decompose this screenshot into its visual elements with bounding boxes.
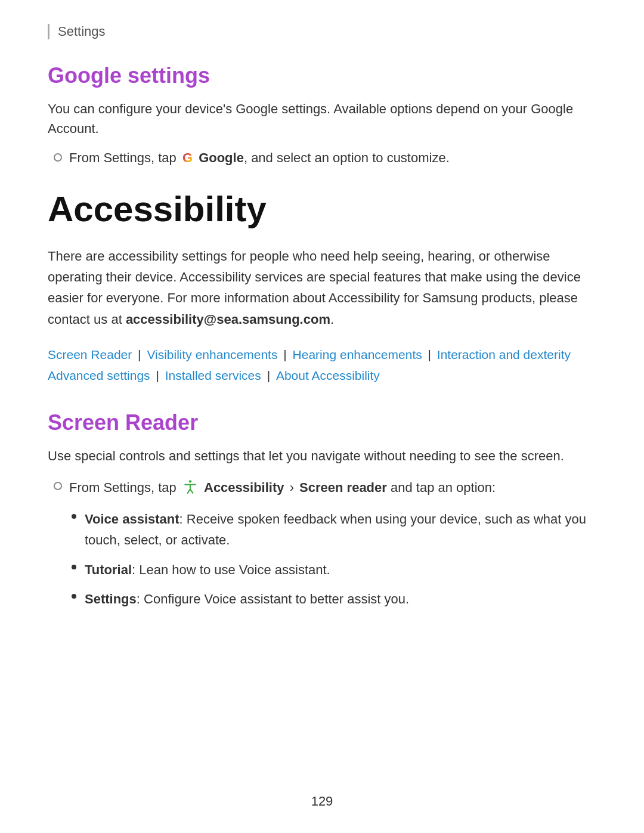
- google-settings-description: You can configure your device's Google s…: [48, 99, 596, 138]
- breadcrumb: Settings: [48, 24, 596, 39]
- bullet-dot-icon: [72, 594, 76, 599]
- accessibility-icon: [182, 479, 198, 498]
- google-logo: G: [182, 150, 193, 166]
- bullet-circle-icon: [54, 153, 62, 162]
- arrow-symbol: ›: [290, 480, 294, 495]
- nav-link-screen-reader[interactable]: Screen Reader: [48, 348, 132, 361]
- nav-link-visibility[interactable]: Visibility enhancements: [147, 348, 277, 361]
- nav-sep-3: |: [425, 348, 435, 361]
- screen-reader-bold-label: Screen reader: [299, 480, 387, 495]
- nav-link-interaction[interactable]: Interaction and dexterity: [437, 348, 571, 361]
- voice-assistant-term: Voice assistant: [85, 512, 179, 527]
- bullet-dot-icon: [72, 565, 76, 569]
- list-item: Tutorial: Lean how to use Voice assistan…: [72, 559, 596, 580]
- nav-sep-6: |: [264, 368, 274, 382]
- accessibility-bold-label: Accessibility: [204, 480, 284, 495]
- list-item: Voice assistant: Receive spoken feedback…: [72, 509, 596, 550]
- bullet-dot-icon: [72, 514, 76, 519]
- nav-link-hearing[interactable]: Hearing enhancements: [293, 348, 422, 361]
- settings-term: Settings: [85, 592, 137, 606]
- screen-reader-title: Screen Reader: [48, 410, 596, 435]
- google-settings-title: Google settings: [48, 63, 596, 88]
- list-item: Settings: Configure Voice assistant to b…: [72, 589, 596, 609]
- google-bold-label: Google: [199, 150, 244, 165]
- nav-sep-5: |: [153, 368, 163, 382]
- tutorial-desc: : Lean how to use Voice assistant.: [132, 562, 330, 577]
- screen-reader-options-list: Voice assistant: Receive spoken feedback…: [72, 509, 596, 609]
- tutorial-item: Tutorial: Lean how to use Voice assistan…: [85, 559, 330, 580]
- nav-link-about[interactable]: About Accessibility: [276, 368, 380, 382]
- step-bullet-icon: [54, 482, 62, 490]
- page-number: 129: [0, 794, 644, 809]
- settings-item: Settings: Configure Voice assistant to b…: [85, 589, 409, 609]
- screen-reader-instruction: From Settings, tap Accessibility ›: [54, 479, 596, 498]
- svg-point-0: [189, 480, 191, 482]
- nav-sep-2: |: [280, 348, 290, 361]
- accessibility-nav-links: Screen Reader | Visibility enhancements …: [48, 344, 596, 386]
- tutorial-term: Tutorial: [85, 562, 132, 577]
- nav-link-installed[interactable]: Installed services: [165, 368, 261, 382]
- voice-assistant-item: Voice assistant: Receive spoken feedback…: [85, 509, 596, 550]
- screen-reader-description: Use special controls and settings that l…: [48, 446, 596, 466]
- accessibility-main-title: Accessibility: [48, 190, 596, 229]
- svg-line-4: [190, 489, 193, 493]
- accessibility-description: There are accessibility settings for peo…: [48, 246, 596, 330]
- google-settings-instruction: From Settings, tap G Google, and select …: [54, 150, 596, 166]
- settings-desc: : Configure Voice assistant to better as…: [137, 592, 409, 606]
- step-instruction-text: From Settings, tap Accessibility ›: [69, 479, 496, 498]
- nav-sep-1: |: [134, 348, 144, 361]
- accessibility-email: accessibility@sea.samsung.com: [126, 312, 330, 327]
- google-instruction-text: From Settings, tap G Google, and select …: [69, 150, 450, 166]
- nav-link-advanced[interactable]: Advanced settings: [48, 368, 150, 382]
- google-g-icon: G: [182, 150, 193, 166]
